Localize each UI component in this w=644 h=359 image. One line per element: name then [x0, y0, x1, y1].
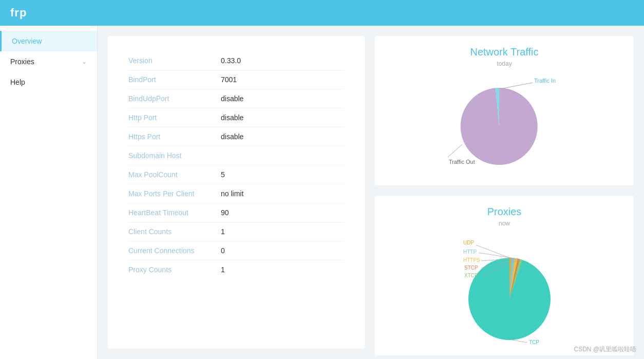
sidebar-item-overview[interactable]: Overview	[0, 31, 97, 51]
info-row: Client Counts1	[128, 222, 344, 241]
main-layout: Overview Proxies ⌄ Help Version0.33.0Bin…	[0, 26, 644, 359]
info-label: BindPort	[128, 75, 221, 84]
info-row: Https Portdisable	[128, 127, 344, 146]
info-row: Max PoolCount5	[128, 165, 344, 184]
network-traffic-section: Network Traffic today Traffic In Traffic…	[375, 36, 634, 185]
http-label: HTTP	[463, 249, 477, 255]
sidebar-item-proxies[interactable]: Proxies ⌄	[0, 51, 97, 72]
info-label: Client Counts	[128, 228, 221, 236]
info-row: Proxy Counts1	[128, 260, 344, 279]
proxies-subtitle: now	[499, 220, 510, 227]
xtcp-label: XTCP	[464, 273, 478, 278]
info-label: Proxy Counts	[128, 266, 221, 274]
charts-panel: Network Traffic today Traffic In Traffic…	[365, 36, 634, 349]
info-label: Current Connections	[128, 247, 221, 255]
watermark: CSDN @叽里呱啦哇唔	[574, 345, 636, 354]
info-label: BindUdpPort	[128, 95, 221, 103]
info-row: Http Portdisable	[128, 108, 344, 127]
udp-line	[476, 245, 509, 258]
traffic-out-label: Traffic Out	[449, 159, 475, 165]
app-title: frp	[10, 6, 27, 20]
info-label: Max PoolCount	[128, 171, 221, 179]
info-label: HeartBeat Timeout	[128, 209, 221, 217]
info-value: 1	[221, 228, 225, 236]
traffic-out-line	[448, 144, 462, 157]
info-value: 5	[221, 171, 225, 179]
info-value: disable	[221, 133, 243, 141]
info-label: Http Port	[128, 114, 221, 122]
proxies-title: Proxies	[487, 206, 522, 218]
stcp-label: STCP	[464, 265, 478, 271]
sidebar-item-help[interactable]: Help	[0, 72, 97, 92]
info-row: Subdomain Host	[128, 146, 344, 165]
sidebar-item-label: Proxies	[10, 58, 34, 66]
info-label: Version	[128, 56, 221, 65]
tcp-label: TCP	[529, 339, 539, 345]
info-row: Max Ports Per Clientno limit	[128, 184, 344, 203]
info-row: BindPort7001	[128, 70, 344, 89]
traffic-in-line	[500, 83, 533, 89]
info-value: 1	[221, 266, 225, 274]
header: frp	[0, 0, 644, 26]
info-label: Max Ports Per Client	[128, 190, 221, 198]
chevron-down-icon: ⌄	[82, 58, 87, 65]
sidebar-item-label: Overview	[12, 37, 42, 45]
traffic-in-label: Traffic In	[534, 78, 556, 84]
https-label: HTTPS	[463, 257, 480, 263]
network-traffic-chart: Traffic In Traffic Out	[443, 72, 566, 175]
info-row: BindUdpPortdisable	[128, 89, 344, 108]
main-content: Version0.33.0BindPort7001BindUdpPortdisa…	[98, 26, 644, 359]
info-row: Current Connections0	[128, 241, 344, 260]
info-row: HeartBeat Timeout90	[128, 203, 344, 222]
tcp-line	[512, 340, 527, 343]
sidebar-item-label: Help	[10, 78, 25, 86]
info-value: 0	[221, 247, 225, 255]
proxies-chart: UDP HTTP HTTPS STCP XTCP TCP	[432, 232, 576, 345]
http-line	[479, 253, 512, 258]
network-traffic-subtitle: today	[497, 60, 512, 67]
info-label: Subdomain Host	[128, 152, 221, 160]
info-value: disable	[221, 114, 243, 122]
info-row: Version0.33.0	[128, 51, 344, 70]
proxies-section: Proxies now	[375, 196, 634, 355]
info-value: 90	[221, 209, 229, 217]
network-traffic-title: Network Traffic	[470, 46, 539, 58]
udp-label: UDP	[463, 240, 474, 245]
info-value: 0.33.0	[221, 56, 241, 65]
info-label: Https Port	[128, 133, 221, 141]
info-value: 7001	[221, 75, 237, 84]
info-value: no limit	[221, 190, 243, 198]
info-panel: Version0.33.0BindPort7001BindUdpPortdisa…	[108, 36, 365, 349]
info-value: disable	[221, 95, 243, 103]
sidebar: Overview Proxies ⌄ Help	[0, 26, 98, 359]
